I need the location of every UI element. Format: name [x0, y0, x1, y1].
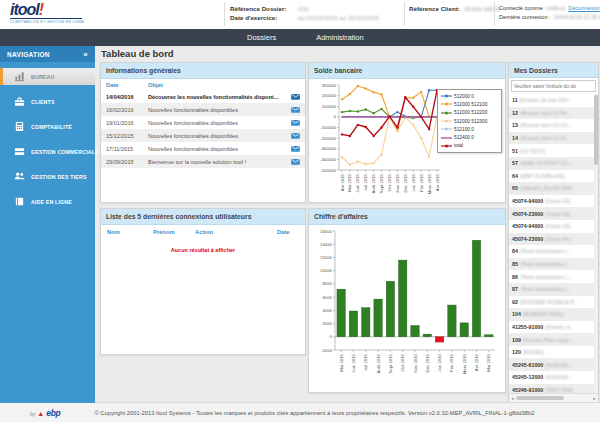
col-date-header: Date — [277, 229, 299, 235]
sidebar-item-comptabilit-[interactable]: COMPTABILITÉ — [0, 118, 95, 135]
info-date: 15/12/2015 — [106, 133, 148, 139]
dossier-id: 64 — [512, 173, 518, 179]
info-row[interactable]: 16/02/2016Nouvelles fonctionnalités disp… — [101, 103, 305, 116]
svg-text:-500000: -500000 — [320, 168, 336, 173]
dossier-vertical-scrollbar[interactable] — [594, 94, 598, 394]
scrollbar-thumb[interactable] — [516, 396, 564, 400]
svg-text:-400000: -400000 — [320, 157, 336, 162]
read-envelope-icon[interactable] — [290, 132, 300, 140]
svg-text:200000: 200000 — [322, 93, 337, 98]
dossier-list-item[interactable]: 64(EBP CLI03Rev02) — [509, 170, 594, 183]
sidebar-item-label: GESTION COMMERCIALE — [31, 149, 99, 155]
dossier-list-item[interactable]: 65(Client01_Rev04 SAR... — [509, 182, 594, 195]
dossier-id: 57 — [512, 160, 518, 166]
chiffre-affaires-panel: Chiffre d'affaires -20000200040006000800… — [308, 208, 506, 393]
dossier-id: 41255-91000 — [512, 324, 543, 330]
dossier-name: (Dossier Plan comp... — [523, 337, 574, 343]
logout-link[interactable]: Déconnexion — [568, 4, 600, 13]
info-row[interactable]: 15/12/2015Nouvelles fonctionnalités disp… — [101, 129, 305, 142]
basket-icon — [14, 93, 25, 111]
dossier-name: (Dossier d... — [545, 324, 574, 330]
svg-text:Août 2015: Août 2015 — [376, 353, 381, 373]
info-row[interactable]: 14/04/2016Découvrez les nouvelles foncti… — [101, 90, 305, 103]
dossier-list-item[interactable]: 14(Recette itool v2 Ge... — [509, 132, 594, 145]
svg-text:-100000: -100000 — [320, 125, 336, 130]
dossier-list-item[interactable]: 120(#10182) — [509, 346, 594, 359]
dossier-id: 87 — [512, 286, 518, 292]
dossier-list-item[interactable]: 45074-94000(Copie GE... — [509, 195, 594, 208]
dossier-list-item[interactable]: 104(BURGER KING) — [509, 308, 594, 321]
ebp-logo[interactable]: by ▲ ebp — [30, 408, 60, 418]
dossier-list-item[interactable]: 13(Recette itool V2 Ge... — [509, 119, 594, 132]
dossier-list-item[interactable]: 12(Recette itool V2 Pe... — [509, 107, 594, 120]
dossier-id: 45074-94000 — [512, 198, 543, 204]
info-row[interactable]: 17/11/2015Nouvelles fonctionnalités disp… — [101, 142, 305, 155]
sidebar-item-label: CLIENTS — [31, 99, 55, 105]
dossier-list-item[interactable]: 45245-61000(ALEXAN... — [509, 358, 594, 371]
chart-icon — [14, 68, 25, 86]
dossier-name: (ALEXAN... — [545, 374, 572, 380]
legend-label: 512000 512200 — [454, 110, 487, 115]
legend-label: 512000 0 — [454, 94, 474, 99]
dossier-list-item[interactable]: 45245-12000(ALEXAN... — [509, 371, 594, 384]
dossier-list-item[interactable]: 85(Tests automatisés (... — [509, 258, 594, 271]
legend-marker-icon — [441, 93, 452, 99]
svg-text:300000: 300000 — [322, 83, 337, 88]
svg-text:6000: 6000 — [322, 295, 332, 300]
dossier-list-item[interactable]: 57(SARL DUPONT CLI... — [509, 157, 594, 170]
svg-text:Sept 2015: Sept 2015 — [388, 353, 393, 373]
dossier-list-item[interactable]: 45074-94000(Copie GE... — [509, 220, 594, 233]
info-row[interactable]: 19/01/2016Nouvelles fonctionnalités disp… — [101, 116, 305, 129]
dossier-list-item[interactable]: 45074-23000(Copie Mo... — [509, 233, 594, 246]
itool-logo[interactable]: itool! COMPTABILITE ET GESTION EN LIGNE — [10, 2, 82, 24]
sidebar-item-gestion-commerciale[interactable]: GESTION COMMERCIALE — [0, 143, 95, 160]
read-envelope-icon[interactable] — [290, 158, 300, 166]
sidebar-item-clients[interactable]: CLIENTS — [0, 93, 95, 110]
sidebar-item-label: GESTION DES TIERS — [31, 174, 87, 180]
dossier-list-item[interactable]: 109(Dossier Plan comp... — [509, 333, 594, 346]
read-envelope-icon[interactable] — [290, 106, 300, 114]
svg-text:10000: 10000 — [320, 268, 333, 273]
menu-item-dossiers[interactable]: Dossiers — [247, 33, 276, 42]
dernieres-connexions-title: Liste des 5 dernières connexions utilisa… — [101, 209, 305, 225]
sidebar-items: BUREAUCLIENTSCOMPTABILITÉGESTION COMMERC… — [0, 68, 95, 210]
sidebar-collapse-icon[interactable]: « — [83, 50, 88, 59]
dossier-list-item[interactable]: 84(Tests automatisés (... — [509, 245, 594, 258]
read-envelope-icon[interactable] — [290, 145, 300, 153]
dossier-list-item[interactable]: 45074-23000(Copie GE... — [509, 207, 594, 220]
date-exercice-label: Date d'exercice: — [230, 13, 294, 22]
dossier-list-item[interactable]: 41255-91000(Dossier d... — [509, 321, 594, 334]
scrollbar-thumb[interactable] — [594, 95, 598, 165]
read-envelope-icon[interactable] — [290, 119, 300, 127]
scroll-right-arrow[interactable]: ► — [592, 396, 597, 401]
dossier-list-item[interactable]: 51(LG TEST) — [509, 144, 594, 157]
info-row[interactable]: 29/09/2015Bienvenue sur la nouvelle solu… — [101, 155, 305, 168]
dossier-name: (#10182) — [523, 349, 544, 355]
menu-item-administration[interactable]: Administration — [316, 33, 364, 42]
svg-text:Jan 2016: Jan 2016 — [411, 173, 416, 191]
dossier-list-item[interactable]: 11(Dossier de test KEV... — [509, 94, 594, 107]
unread-envelope-icon[interactable] — [290, 93, 300, 101]
ca-chart-area: -200002000400060008000100001200014000160… — [309, 225, 505, 392]
dossier-id: 120 — [512, 349, 521, 355]
dossier-list-item[interactable]: 87(Tests automatisés (... — [509, 283, 594, 296]
sidebar-item-gestion-des-tiers[interactable]: GESTION DES TIERS — [0, 168, 95, 185]
info-objet: Bienvenue sur la nouvelle solution itool… — [148, 159, 290, 165]
svg-text:-200000: -200000 — [320, 136, 336, 141]
header-divider — [224, 2, 225, 26]
svg-text:Mars 2016: Mars 2016 — [427, 173, 432, 194]
dossier-horizontal-scrollbar[interactable]: ◄ ► — [509, 393, 598, 402]
legend-item: total — [441, 142, 498, 150]
copyright-text: © Copyright 2001-2013 Itool Systems - To… — [94, 410, 534, 416]
dossier-search-input[interactable] — [511, 80, 596, 92]
svg-text:Juin 2015: Juin 2015 — [355, 173, 360, 192]
sidebar-item-bureau[interactable]: BUREAU — [0, 68, 95, 85]
chiffre-affaires-title: Chiffre d'affaires — [309, 209, 505, 225]
dossier-list-item[interactable]: 86(Tests automatisés (... — [509, 270, 594, 283]
sidebar-item-aide-en-ligne[interactable]: AIDE EN LIGNE — [0, 193, 95, 210]
legend-label: 512100 0 — [454, 127, 474, 132]
info-objet: Nouvelles fonctionnalités disponibles — [148, 107, 290, 113]
dossier-list-item[interactable]: 92(DOSSIER MODELE P... — [509, 296, 594, 309]
sidebar-header: NAVIGATION « — [0, 46, 95, 62]
scroll-left-arrow[interactable]: ◄ — [510, 396, 515, 401]
